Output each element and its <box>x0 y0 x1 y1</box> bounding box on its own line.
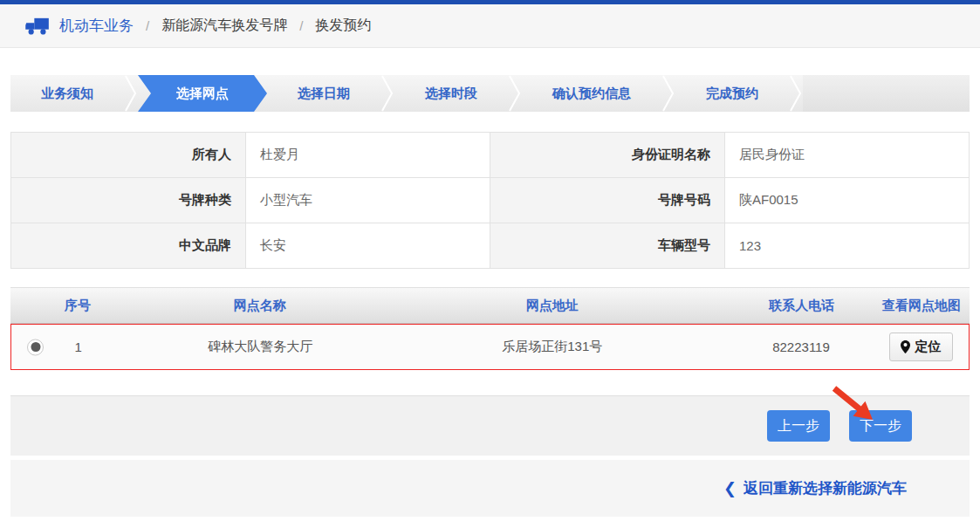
header-view-map: 查看网点地图 <box>874 298 970 314</box>
id-type-value: 居民身份证 <box>724 133 969 178</box>
step-select-time[interactable]: 选择时段 <box>394 75 508 112</box>
radio-dot <box>31 342 40 352</box>
table-row: 号牌种类 小型汽车 号牌号码 陕AF0015 <box>11 178 970 223</box>
locate-button-label: 定位 <box>915 339 942 355</box>
table-row: 中文品牌 长安 车辆型号 123 <box>11 223 970 269</box>
owner-label: 所有人 <box>11 133 246 178</box>
step-select-site[interactable]: 选择网点 <box>138 75 267 112</box>
table-row: 所有人 杜爱月 身份证明名称 居民身份证 <box>11 133 970 178</box>
back-chevron-icon: ❮ <box>723 479 737 498</box>
step-business-notice[interactable]: 业务须知 <box>10 75 124 112</box>
site-index-cell: 1 <box>11 339 146 354</box>
site-map-cell: 定位 <box>873 333 969 361</box>
step-progress-bar: 业务须知 选择网点 选择日期 选择时段 确认预约信息 完成预约 <box>10 75 970 112</box>
back-link-bar: ❮ 返回重新选择新能源汽车 <box>10 460 970 517</box>
prev-step-button[interactable]: 上一步 <box>767 410 830 442</box>
vehicle-info-table: 所有人 杜爱月 身份证明名称 居民身份证 号牌种类 小型汽车 号牌号码 陕AF0… <box>10 132 970 269</box>
header-site-name: 网点名称 <box>145 298 375 314</box>
site-radio[interactable] <box>27 339 44 355</box>
plate-type-value: 小型汽车 <box>246 178 490 223</box>
breadcrumb-separator: / <box>299 18 303 33</box>
owner-value: 杜爱月 <box>246 133 490 178</box>
truck-icon <box>24 17 51 36</box>
next-step-button[interactable]: 下一步 <box>849 410 912 442</box>
chevron-separator-icon <box>661 75 675 112</box>
breadcrumb-item-plate-renewal[interactable]: 新能源汽车换发号牌 <box>161 17 287 35</box>
header-contact-phone: 联系人电话 <box>730 298 874 314</box>
chevron-separator-icon <box>789 75 803 112</box>
step-confirm-info[interactable]: 确认预约信息 <box>522 75 661 112</box>
plate-number-value: 陕AF0015 <box>724 178 969 223</box>
sites-table-header: 序号 网点名称 网点地址 联系人电话 查看网点地图 <box>10 287 970 324</box>
brand-value: 长安 <box>246 223 490 269</box>
site-index: 1 <box>75 339 82 354</box>
back-link-label: 返回重新选择新能源汽车 <box>744 478 907 498</box>
locate-button[interactable]: 定位 <box>889 333 953 361</box>
breadcrumb-separator: / <box>146 18 149 33</box>
plate-number-label: 号牌号码 <box>490 178 724 223</box>
id-type-label: 身份证明名称 <box>490 133 724 178</box>
site-name: 碑林大队警务大厅 <box>146 339 375 355</box>
site-phone: 82223119 <box>730 339 874 354</box>
brand-label: 中文品牌 <box>11 223 246 269</box>
site-address: 乐居场正街131号 <box>375 339 730 355</box>
actions-bar: 上一步 下一步 <box>10 395 970 456</box>
model-value: 123 <box>724 223 969 269</box>
step-complete[interactable]: 完成预约 <box>675 75 789 112</box>
breadcrumb-item-vehicle-services[interactable]: 机动车业务 <box>59 16 134 36</box>
plate-type-label: 号牌种类 <box>11 178 246 223</box>
breadcrumb-item-renewal-reservation: 换发预约 <box>315 17 371 35</box>
back-to-vehicle-select-link[interactable]: ❮ 返回重新选择新能源汽车 <box>723 478 907 498</box>
breadcrumb: 机动车业务 / 新能源汽车换发号牌 / 换发预约 <box>0 4 980 48</box>
step-bar-filler <box>803 75 970 112</box>
chevron-separator-icon <box>124 75 138 112</box>
model-label: 车辆型号 <box>490 223 724 269</box>
step-select-date[interactable]: 选择日期 <box>267 75 380 112</box>
header-site-address: 网点地址 <box>375 298 730 314</box>
location-pin-icon <box>901 340 910 353</box>
chevron-separator-icon <box>380 75 394 112</box>
header-index: 序号 <box>10 298 145 314</box>
chevron-separator-icon <box>508 75 522 112</box>
sites-table: 序号 网点名称 网点地址 联系人电话 查看网点地图 1 碑林大队警务大厅 乐居场… <box>10 287 970 370</box>
site-row-selected[interactable]: 1 碑林大队警务大厅 乐居场正街131号 82223119 定位 <box>10 324 970 370</box>
